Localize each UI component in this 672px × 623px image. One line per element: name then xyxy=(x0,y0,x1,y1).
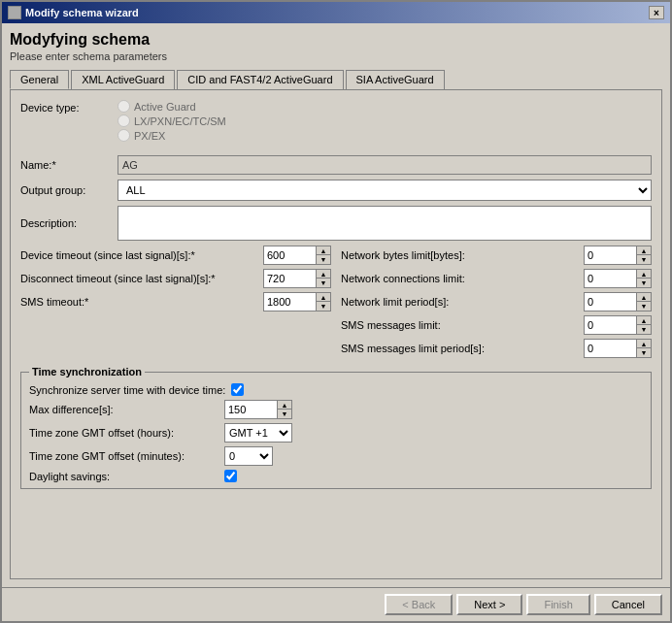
tab-content-general: Device type: Active Guard LX/PXN/EC/TC/S… xyxy=(10,89,662,579)
sms-messages-limit-period-down[interactable]: ▼ xyxy=(637,348,651,357)
name-input[interactable] xyxy=(118,155,652,175)
device-timeout-spinner-btns: ▲ ▼ xyxy=(317,246,331,265)
two-col-grid: Device timeout (since last signal)[s]:* … xyxy=(20,246,652,358)
back-button[interactable]: < Back xyxy=(385,594,453,615)
sms-messages-limit-label: SMS messages limit: xyxy=(341,319,580,331)
network-bytes-up[interactable]: ▲ xyxy=(637,246,651,255)
sms-timeout-spinner-btns: ▲ ▼ xyxy=(317,292,331,312)
device-timeout-input[interactable] xyxy=(263,246,317,265)
disconnect-timeout-spinner: ▲ ▼ xyxy=(263,269,331,288)
title-bar-left: Modify schema wizard xyxy=(8,6,139,19)
sms-messages-limit-period-input[interactable] xyxy=(584,339,637,358)
max-diff-down[interactable]: ▼ xyxy=(278,410,291,418)
finish-button[interactable]: Finish xyxy=(526,594,589,615)
tab-general[interactable]: General xyxy=(10,70,69,89)
radio-active-guard-input[interactable] xyxy=(118,100,130,113)
sms-messages-limit-spinner: ▲ ▼ xyxy=(584,315,652,335)
description-textarea[interactable] xyxy=(118,206,652,241)
sms-messages-limit-period-label: SMS messages limit period[s]: xyxy=(341,343,580,354)
disconnect-timeout-label: Disconnect timeout (since last signal)[s… xyxy=(20,273,259,284)
tab-xml[interactable]: XML ActiveGuard xyxy=(71,70,175,89)
tab-sia[interactable]: SIA ActiveGuard xyxy=(346,70,445,89)
network-connections-row: Network connections limit: ▲ ▼ xyxy=(341,269,652,288)
sms-messages-limit-period-spinner-btns: ▲ ▼ xyxy=(637,339,652,358)
network-limit-period-down[interactable]: ▼ xyxy=(637,302,651,311)
daylight-label: Daylight savings: xyxy=(29,471,218,482)
sms-messages-limit-up[interactable]: ▲ xyxy=(637,316,651,325)
tab-bar: General XML ActiveGuard CID and FAST4/2 … xyxy=(10,70,662,89)
radio-lx-input[interactable] xyxy=(118,115,130,127)
sms-messages-limit-period-up[interactable]: ▲ xyxy=(637,340,651,348)
empty-left-2 xyxy=(20,339,331,358)
sms-timeout-spinner: ▲ ▼ xyxy=(263,292,331,312)
tz-hours-label: Time zone GMT offset (hours): xyxy=(29,427,218,439)
disconnect-timeout-down[interactable]: ▼ xyxy=(317,279,330,287)
output-group-label: Output group: xyxy=(20,184,118,196)
sms-messages-limit-period-spinner: ▲ ▼ xyxy=(584,339,652,358)
max-diff-spinner-btns: ▲ ▼ xyxy=(278,400,292,419)
next-button[interactable]: Next > xyxy=(456,594,522,615)
device-type-radio-group: Active Guard LX/PXN/EC/TC/SM PX/EX xyxy=(118,100,226,142)
tab-cid[interactable]: CID and FAST4/2 ActiveGuard xyxy=(177,70,343,89)
sms-timeout-input[interactable] xyxy=(263,292,317,312)
tz-minutes-select[interactable]: 0 15 30 45 xyxy=(224,446,273,466)
time-sync-fieldset: Time synchronization Synchronize server … xyxy=(20,366,652,489)
device-timeout-row: Device timeout (since last signal)[s]:* … xyxy=(20,246,331,265)
network-limit-period-input[interactable] xyxy=(584,292,637,312)
content-area: Modyfying schema Please enter schema par… xyxy=(2,23,670,587)
network-limit-period-row: Network limit period[s]: ▲ ▼ xyxy=(341,292,652,312)
max-diff-row: Max difference[s]: ▲ ▼ xyxy=(29,400,643,419)
sms-timeout-down[interactable]: ▼ xyxy=(317,302,330,311)
tz-hours-row: Time zone GMT offset (hours): GMT +1 xyxy=(29,423,643,443)
max-diff-label: Max difference[s]: xyxy=(29,404,218,415)
network-limit-period-up[interactable]: ▲ xyxy=(637,293,651,302)
daylight-checkbox[interactable] xyxy=(224,470,237,482)
time-sync-legend: Time synchronization xyxy=(29,366,145,377)
window-icon xyxy=(8,6,21,19)
disconnect-timeout-input[interactable] xyxy=(263,269,317,288)
daylight-row: Daylight savings: xyxy=(29,470,643,482)
network-bytes-input[interactable] xyxy=(584,246,637,265)
close-button[interactable]: × xyxy=(649,6,664,19)
device-timeout-down[interactable]: ▼ xyxy=(317,255,330,264)
disconnect-timeout-up[interactable]: ▲ xyxy=(317,270,330,279)
network-connections-down[interactable]: ▼ xyxy=(637,279,651,287)
device-type-section: Device type: Active Guard LX/PXN/EC/TC/S… xyxy=(20,100,652,149)
network-connections-up[interactable]: ▲ xyxy=(637,270,651,279)
sms-messages-limit-down[interactable]: ▼ xyxy=(637,325,651,334)
max-diff-spinner: ▲ ▼ xyxy=(224,400,292,419)
max-diff-input[interactable] xyxy=(224,400,278,419)
radio-px: PX/EX xyxy=(118,129,226,142)
radio-lx: LX/PXN/EC/TC/SM xyxy=(118,115,226,127)
network-limit-period-spinner: ▲ ▼ xyxy=(584,292,652,312)
sms-messages-limit-row: SMS messages limit: ▲ ▼ xyxy=(341,315,652,335)
network-bytes-down[interactable]: ▼ xyxy=(637,255,651,264)
title-bar: Modify schema wizard × xyxy=(2,2,670,23)
sms-timeout-row: SMS timeout:* ▲ ▼ xyxy=(20,292,331,312)
network-bytes-row: Network bytes limit[bytes]: ▲ ▼ xyxy=(341,246,652,265)
sync-server-checkbox[interactable] xyxy=(231,383,244,396)
window: Modify schema wizard × Modyfying schema … xyxy=(0,0,672,623)
network-connections-label: Network connections limit: xyxy=(341,273,580,284)
tz-hours-select[interactable]: GMT +1 xyxy=(224,423,292,443)
max-diff-up[interactable]: ▲ xyxy=(278,401,291,410)
disconnect-timeout-row: Disconnect timeout (since last signal)[s… xyxy=(20,269,331,288)
description-label: Description: xyxy=(20,217,118,229)
output-group-row: Output group: ALL xyxy=(20,180,652,201)
network-connections-input[interactable] xyxy=(584,269,637,288)
radio-active-guard: Active Guard xyxy=(118,100,226,113)
cancel-button[interactable]: Cancel xyxy=(594,594,662,615)
disconnect-timeout-spinner-btns: ▲ ▼ xyxy=(317,269,331,288)
output-group-select[interactable]: ALL xyxy=(118,180,652,201)
device-timeout-up[interactable]: ▲ xyxy=(317,246,330,255)
window-title: Modify schema wizard xyxy=(25,7,139,18)
empty-left-1 xyxy=(20,315,331,335)
radio-px-input[interactable] xyxy=(118,129,130,142)
tz-minutes-label: Time zone GMT offset (minutes): xyxy=(29,450,218,462)
network-connections-spinner: ▲ ▼ xyxy=(584,269,652,288)
device-timeout-spinner: ▲ ▼ xyxy=(263,246,331,265)
radio-active-guard-label: Active Guard xyxy=(134,101,196,113)
sms-messages-limit-input[interactable] xyxy=(584,315,637,335)
sms-timeout-up[interactable]: ▲ xyxy=(317,293,330,302)
sms-messages-limit-period-row: SMS messages limit period[s]: ▲ ▼ xyxy=(341,339,652,358)
